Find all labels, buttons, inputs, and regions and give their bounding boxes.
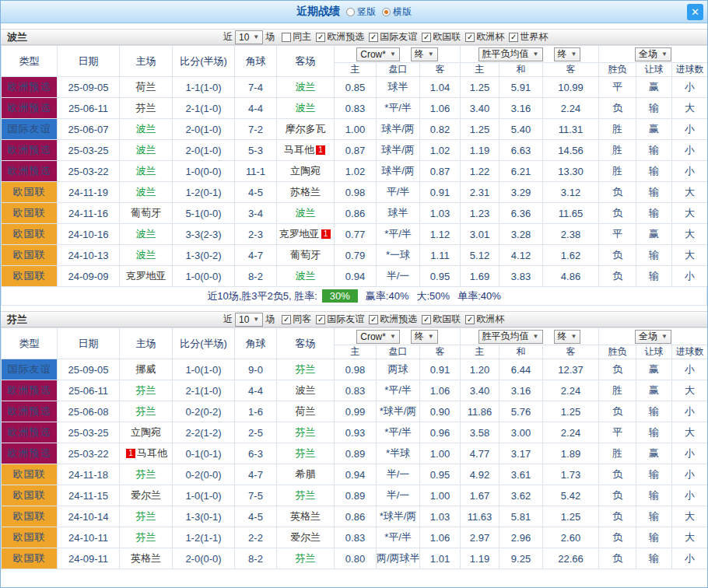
filter-checkbox[interactable]: 国际友谊 <box>369 30 417 44</box>
odds-company-select[interactable]: Crow*▼ <box>356 330 400 344</box>
corners-cell: 4-4 <box>235 98 277 119</box>
result-handicap: 输 <box>636 140 672 161</box>
handicap-home-odds: 0.83 <box>335 527 377 548</box>
filter-checkbox[interactable]: 同主 <box>282 30 311 44</box>
away-team-cell: 英格兰 <box>277 506 335 527</box>
away-team-name[interactable]: 芬兰 <box>296 426 316 438</box>
away-team-cell: 克罗地亚1 <box>277 224 335 245</box>
home-team-name[interactable]: 马耳他 <box>137 447 167 459</box>
away-team-name[interactable]: 波兰 <box>296 102 316 114</box>
away-team-name[interactable]: 波兰 <box>296 384 316 396</box>
home-team-name[interactable]: 立陶宛 <box>131 426 161 438</box>
filter-checkbox[interactable]: 同客 <box>282 313 311 326</box>
home-team-name[interactable]: 波兰 <box>136 228 156 240</box>
home-team-name[interactable]: 芬兰 <box>136 405 156 417</box>
result-handicap: 输 <box>636 266 672 287</box>
home-team-name[interactable]: 挪威 <box>136 363 156 375</box>
avg-away-odds: 14.56 <box>543 140 599 161</box>
avg-final-select[interactable]: 终▼ <box>554 330 581 344</box>
home-team-name[interactable]: 波兰 <box>136 144 156 156</box>
match-date: 24-11-19 <box>58 182 120 203</box>
summary-record: 近10场,胜3平2负5, 胜率: <box>207 289 317 303</box>
scope-select[interactable]: 全场▼ <box>635 47 671 61</box>
handicap-home-odds: 0.93 <box>335 422 377 443</box>
filter-checkbox[interactable]: 欧洲预选 <box>369 313 417 326</box>
away-team-name[interactable]: 芬兰 <box>296 363 316 375</box>
filter-checkbox[interactable]: 欧洲杯 <box>465 30 504 44</box>
checkbox-label: 欧国联 <box>433 30 461 44</box>
league-type-badge: 欧洲预选 <box>2 443 58 464</box>
home-team-name[interactable]: 波兰 <box>136 165 156 177</box>
result-goals: 大 <box>672 224 708 245</box>
score-cell: 1-2(1-1) <box>173 527 235 548</box>
home-team-name[interactable]: 荷兰 <box>136 81 156 93</box>
avg-draw-odds: 4.12 <box>499 245 543 266</box>
away-team-name[interactable]: 波兰 <box>296 81 316 93</box>
home-team-name[interactable]: 克罗地亚 <box>126 270 166 282</box>
layout-radio-vertical[interactable]: 竖版 <box>346 5 376 19</box>
home-team-name[interactable]: 波兰 <box>136 249 156 261</box>
filter-checkbox[interactable]: 欧洲预选 <box>316 30 364 44</box>
away-team-name[interactable]: 克罗地亚 <box>279 228 320 240</box>
handicap-away-odds: 1.11 <box>420 245 461 266</box>
home-team-name[interactable]: 芬兰 <box>136 531 156 543</box>
handicap-away-odds: 1.00 <box>420 485 461 506</box>
away-team-cell: 苏格兰 <box>277 182 335 203</box>
away-team-name[interactable]: 英格兰 <box>290 510 321 522</box>
away-team-name[interactable]: 马耳他 <box>284 144 314 156</box>
recent-count-select[interactable]: 10▼ <box>235 313 263 327</box>
filter-bar: 近 10▼ 场 同客 国际友谊 欧洲预选 欧国联 欧洲杯 <box>221 313 504 327</box>
filter-checkbox[interactable]: 国际友谊 <box>316 313 364 326</box>
scope-select[interactable]: 全场▼ <box>635 330 671 344</box>
filter-checkbox[interactable]: 欧国联 <box>422 313 461 326</box>
home-team-cell: 芬兰 <box>120 380 173 401</box>
away-team-name[interactable]: 波兰 <box>296 207 316 219</box>
handicap-home-odds: 1.00 <box>335 119 377 140</box>
result-handicap: 赢 <box>636 443 672 464</box>
result-handicap: 输 <box>636 464 672 485</box>
red-card-badge: 1 <box>321 229 331 239</box>
home-team-name[interactable]: 波兰 <box>136 123 156 135</box>
away-team-name[interactable]: 摩尔多瓦 <box>286 123 326 135</box>
close-button[interactable]: ✕ <box>687 4 703 20</box>
handicap-away-odds: 1.06 <box>420 527 461 548</box>
avg-odds-select[interactable]: 胜平负均值▼ <box>478 330 543 344</box>
away-team-name[interactable]: 芬兰 <box>296 489 316 501</box>
recent-count-select[interactable]: 10▼ <box>235 30 263 44</box>
layout-radio-horizontal[interactable]: 横版 <box>382 5 412 19</box>
avg-odds-select[interactable]: 胜平负均值▼ <box>478 47 543 61</box>
red-card-badge: 1 <box>126 449 135 458</box>
corners-cell: 2-5 <box>235 422 277 443</box>
avg-final-select[interactable]: 终▼ <box>554 47 581 61</box>
away-team-name[interactable]: 葡萄牙 <box>290 249 321 261</box>
away-team-name[interactable]: 芬兰 <box>296 552 316 564</box>
filter-checkbox[interactable]: 欧洲杯 <box>465 313 504 326</box>
home-team-name[interactable]: 芬兰 <box>136 510 156 522</box>
checkbox-label: 同主 <box>293 30 311 44</box>
home-team-name[interactable]: 芬兰 <box>136 468 156 480</box>
match-date: 24-10-14 <box>58 506 120 527</box>
home-team-name[interactable]: 爱尔兰 <box>131 489 161 501</box>
away-team-name[interactable]: 波兰 <box>296 270 316 282</box>
away-team-name[interactable]: 芬兰 <box>296 447 316 459</box>
away-team-name[interactable]: 爱尔兰 <box>290 531 321 543</box>
avg-draw-odds: 6.63 <box>499 140 543 161</box>
handicap-line: *平/半 <box>377 527 420 548</box>
home-team-name[interactable]: 葡萄牙 <box>131 207 161 219</box>
league-type-badge: 欧国联 <box>2 548 58 569</box>
handicap-final-select[interactable]: 终▼ <box>411 330 438 344</box>
league-type-badge: 欧国联 <box>2 485 58 506</box>
handicap-final-select[interactable]: 终▼ <box>411 47 438 61</box>
away-team-name[interactable]: 希腊 <box>296 468 316 480</box>
filter-checkbox[interactable]: 欧国联 <box>422 30 461 44</box>
home-team-name[interactable]: 芬兰 <box>136 384 156 396</box>
away-team-name[interactable]: 立陶宛 <box>290 165 321 177</box>
filter-checkbox[interactable]: 世界杯 <box>509 30 548 44</box>
away-team-cell: 芬兰 <box>277 422 335 443</box>
home-team-name[interactable]: 波兰 <box>136 186 156 198</box>
home-team-name[interactable]: 芬兰 <box>136 102 156 114</box>
home-team-name[interactable]: 英格兰 <box>131 552 161 564</box>
away-team-name[interactable]: 荷兰 <box>296 405 316 417</box>
away-team-name[interactable]: 苏格兰 <box>290 186 321 198</box>
odds-company-select[interactable]: Crow*▼ <box>356 47 400 61</box>
